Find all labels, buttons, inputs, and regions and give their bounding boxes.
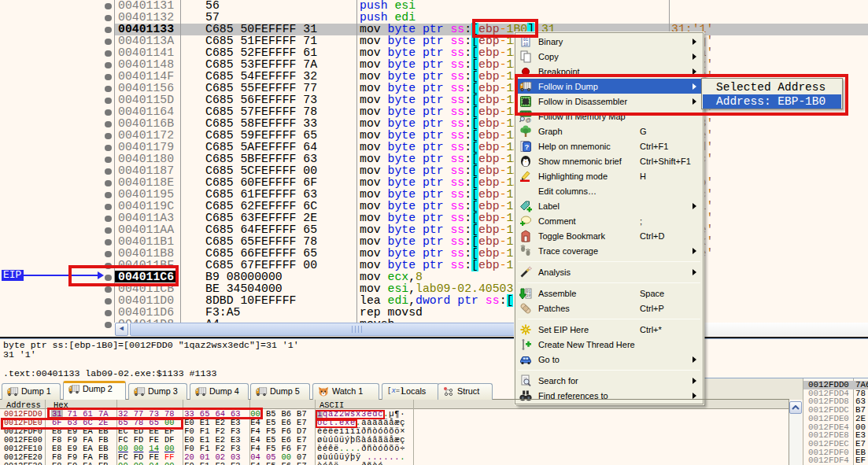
svg-text:10: 10 <box>523 42 528 47</box>
svg-text:?: ? <box>525 142 530 151</box>
svg-text:10: 10 <box>526 293 531 297</box>
svg-text:@: @ <box>526 116 532 123</box>
